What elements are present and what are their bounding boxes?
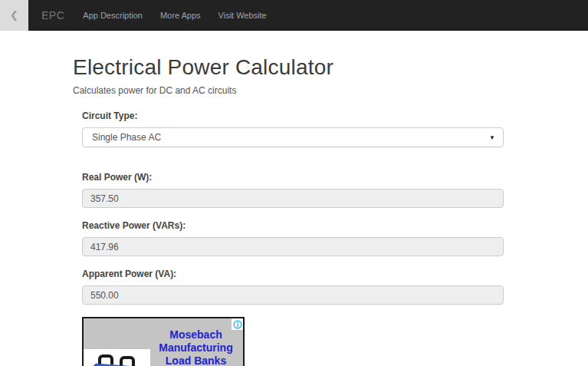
circuit-type-group: Circuit Type: Single Phase AC ▼ [82,110,514,147]
circuit-type-select[interactable]: Single Phase AC ▼ [82,127,504,147]
real-power-input[interactable] [82,189,504,208]
chevron-left-icon: ❮ [10,9,18,21]
load-bank-product-image [84,349,150,366]
reactive-power-input[interactable] [82,237,504,256]
real-power-label: Real Power (W): [82,172,514,183]
brand-title: EPC [41,9,64,21]
apparent-power-group: Apparent Power (VA): [82,269,514,305]
ad-info-button[interactable] [232,318,243,330]
page-subtitle: Calculates power for DC and AC circuits [73,85,514,96]
apparent-power-input[interactable] [82,285,504,305]
header-bar: ❮ EPC App Description More Apps Visit We… [0,0,588,31]
nav-item-visit-website[interactable]: Visit Website [218,11,267,20]
calculator-form: Circuit Type: Single Phase AC ▼ Real Pow… [73,110,514,366]
info-icon [233,320,242,329]
nav-item-more-apps[interactable]: More Apps [160,11,201,20]
back-button[interactable]: ❮ [0,0,28,31]
circuit-type-selected-value: Single Phase AC [92,132,161,143]
nav-item-app-description[interactable]: App Description [83,11,143,20]
reactive-power-group: Reactive Power (VARs): [82,220,514,256]
chevron-down-icon: ▼ [489,134,495,141]
main-content: Electrical Power Calculator Calculates p… [73,31,514,366]
real-power-group: Real Power (W): [82,172,514,208]
circuit-type-label: Circuit Type: [82,110,514,121]
advertisement-banner[interactable]: Mosebach Manufacturing Load Banks We off… [82,317,245,366]
ad-headline: Mosebach Manufacturing Load Banks [151,328,241,366]
reactive-power-label: Reactive Power (VARs): [82,220,514,231]
header-nav: App Description More Apps Visit Website [83,11,284,20]
page-title: Electrical Power Calculator [73,55,514,80]
apparent-power-label: Apparent Power (VA): [82,269,514,279]
app-window: ❮ EPC App Description More Apps Visit We… [0,0,588,366]
ad-text-block: Mosebach Manufacturing Load Banks We off… [149,318,243,366]
